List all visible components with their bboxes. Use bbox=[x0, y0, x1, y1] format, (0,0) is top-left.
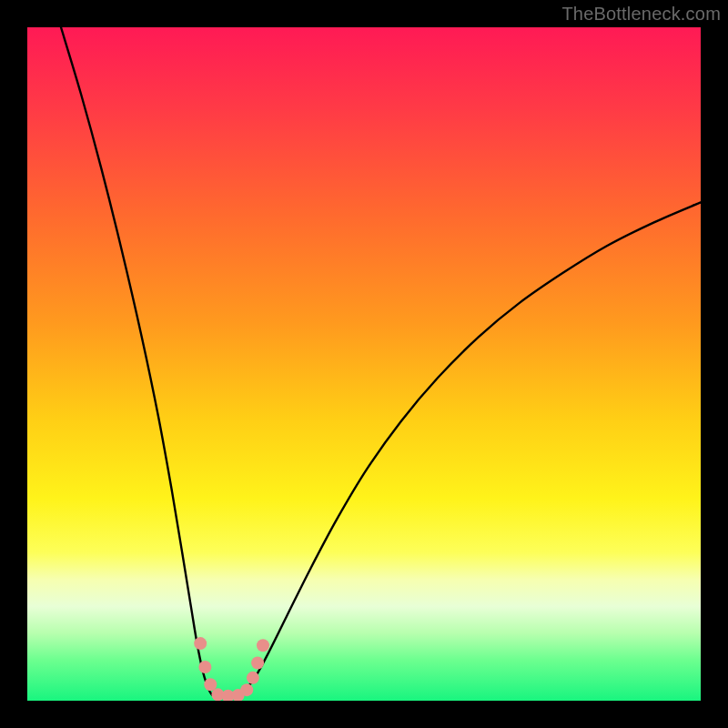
curve-marker bbox=[240, 683, 253, 696]
chart-svg bbox=[27, 27, 701, 701]
plot-area bbox=[27, 27, 701, 701]
outer-frame: TheBottleneck.com bbox=[0, 0, 728, 728]
watermark-text: TheBottleneck.com bbox=[561, 4, 721, 25]
curve-marker bbox=[198, 661, 211, 673]
curve-marker bbox=[251, 657, 264, 670]
curve-marker bbox=[247, 672, 259, 684]
curve-marker bbox=[257, 639, 269, 652]
curve-marker bbox=[194, 637, 207, 650]
gradient-background bbox=[27, 27, 701, 701]
